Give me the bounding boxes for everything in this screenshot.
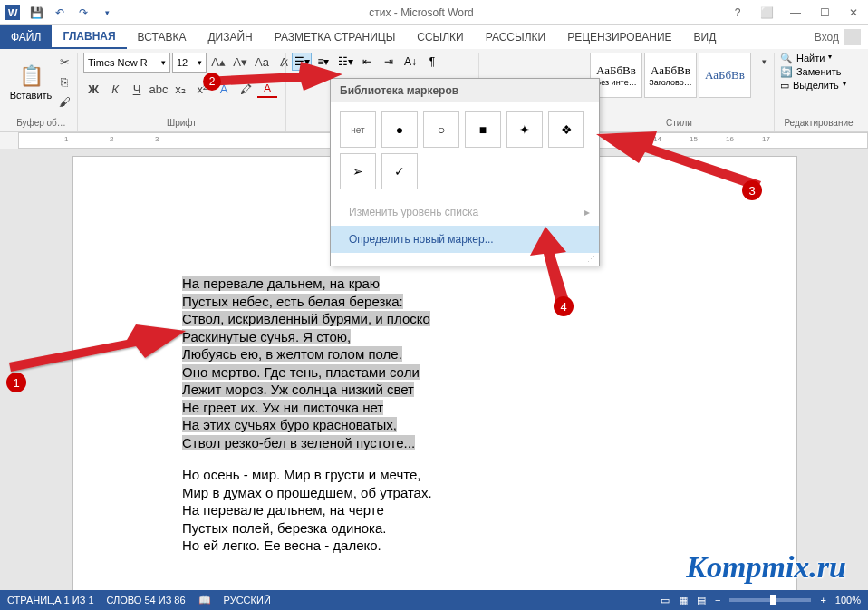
bold-icon[interactable]: Ж (83, 80, 103, 98)
status-words[interactable]: СЛОВО 54 ИЗ 86 (107, 595, 186, 605)
status-language[interactable]: РУССКИЙ (224, 595, 271, 605)
bullet-none[interactable]: нет (340, 111, 376, 148)
bullet-square[interactable]: ■ (465, 111, 501, 148)
arrow-3: 3 (589, 118, 770, 208)
tab-home[interactable]: ГЛАВНАЯ (52, 25, 126, 49)
zoom-out-icon[interactable]: − (715, 595, 720, 605)
styles-more-icon[interactable]: ▾ (755, 53, 775, 71)
svg-text:1: 1 (13, 376, 19, 390)
find-button[interactable]: 🔍Найти▾ (780, 53, 832, 64)
style-title[interactable]: АаБбВв (699, 53, 751, 98)
replace-icon: 🔄 (780, 66, 793, 78)
svg-text:W: W (8, 7, 18, 18)
avatar-icon (844, 29, 861, 45)
paste-icon: 📋 (19, 64, 43, 88)
status-page[interactable]: СТРАНИЦА 1 ИЗ 1 (7, 595, 94, 605)
svg-marker-8 (596, 131, 761, 190)
paste-button[interactable]: 📋 Вставить (11, 53, 51, 112)
show-marks-icon[interactable]: ¶ (422, 53, 442, 71)
view-print-icon[interactable]: ▦ (679, 595, 688, 606)
replace-button[interactable]: 🔄Заменить (780, 66, 841, 78)
svg-text:3: 3 (748, 184, 755, 198)
statusbar: СТРАНИЦА 1 ИЗ 1 СЛОВО 54 ИЗ 86 📖 РУССКИЙ… (0, 590, 868, 610)
save-icon[interactable]: 💾 (27, 4, 45, 22)
change-level-item: Изменить уровень списка (331, 198, 599, 226)
style-heading[interactable]: АаБбВвЗаголово… (644, 53, 697, 98)
word-icon: W (4, 4, 22, 22)
bullet-panel-header: Библиотека маркеров (331, 79, 599, 102)
login-text: Вход (815, 31, 839, 44)
status-proofing-icon[interactable]: 📖 (198, 595, 211, 606)
bullet-4diamond[interactable]: ✦ (506, 111, 543, 148)
ribbon-tabs: ФАЙЛ ГЛАВНАЯ ВСТАВКА ДИЗАЙН РАЗМЕТКА СТР… (0, 25, 868, 49)
tab-layout[interactable]: РАЗМЕТКА СТРАНИЦЫ (264, 25, 407, 49)
copy-icon[interactable]: ⎘ (54, 73, 74, 91)
tab-design[interactable]: ДИЗАЙН (197, 25, 263, 49)
view-web-icon[interactable]: ▤ (697, 595, 706, 606)
login-link[interactable]: Вход (807, 25, 868, 49)
svg-marker-5 (204, 62, 342, 91)
zoom-slider[interactable] (729, 598, 811, 602)
group-clipboard: 📋 Вставить ✂ ⎘ 🖌 Буфер об… (5, 53, 78, 131)
zoom-in-icon[interactable]: + (820, 595, 825, 605)
svg-marker-2 (9, 324, 186, 372)
find-icon: 🔍 (780, 53, 793, 64)
bullet-disc[interactable]: ● (381, 111, 418, 148)
view-read-icon[interactable]: ▭ (661, 595, 670, 606)
tab-mailings[interactable]: РАССЫЛКИ (475, 25, 556, 49)
poem-text[interactable]: На перевале дальнем, на краю Пустых небе… (182, 275, 688, 555)
select-icon: ▭ (780, 80, 789, 92)
bullet-arrow[interactable]: ➢ (340, 153, 376, 189)
bullet-grid: нет ● ○ ■ ✦ ❖ ➢ ✓ (331, 102, 599, 198)
window-title: стих - Microsoft Word (116, 6, 727, 19)
quick-access-toolbar: W 💾 ↶ ↷ ▾ (4, 4, 116, 22)
tab-references[interactable]: ССЫЛКИ (406, 25, 474, 49)
underline-icon[interactable]: Ч (127, 80, 147, 98)
sort-icon[interactable]: A↓ (400, 53, 420, 71)
tab-review[interactable]: РЕЦЕНЗИРОВАНИЕ (556, 25, 682, 49)
arrow-2: 2 (199, 54, 344, 100)
svg-text:2: 2 (209, 75, 216, 88)
increase-indent-icon[interactable]: ⇥ (379, 53, 399, 71)
group-font-label: Шрифт (83, 116, 280, 131)
arrow-4: 4 (507, 227, 598, 317)
group-editing-label: Редактирование (780, 116, 857, 131)
window-controls: ? ⬜ — ☐ ✕ (727, 4, 864, 22)
tab-view[interactable]: ВИД (683, 25, 728, 49)
group-editing: 🔍Найти▾ 🔄Заменить ▭Выделить▾ Редактирова… (775, 53, 863, 131)
zoom-value[interactable]: 100% (835, 595, 861, 605)
close-icon[interactable]: ✕ (843, 4, 864, 22)
subscript-icon[interactable]: x₂ (170, 80, 190, 98)
strikethrough-icon[interactable]: abc (149, 80, 169, 98)
decrease-indent-icon[interactable]: ⇤ (357, 53, 377, 71)
watermark: Kompmix.ru (686, 550, 846, 585)
undo-icon[interactable]: ↶ (51, 4, 69, 22)
cut-icon[interactable]: ✂ (54, 53, 74, 71)
minimize-icon[interactable]: — (785, 4, 806, 22)
qat-more-icon[interactable]: ▾ (98, 4, 116, 22)
titlebar: W 💾 ↶ ↷ ▾ стих - Microsoft Word ? ⬜ — ☐ … (0, 0, 868, 25)
bullet-circle[interactable]: ○ (423, 111, 459, 148)
help-icon[interactable]: ? (727, 4, 748, 22)
bullet-diamonds[interactable]: ❖ (548, 111, 584, 148)
maximize-icon[interactable]: ☐ (814, 4, 835, 22)
arrow-1: 1 (0, 308, 190, 399)
svg-marker-11 (530, 227, 571, 308)
format-painter-icon[interactable]: 🖌 (54, 92, 74, 111)
font-name-combo[interactable]: Times New R▾ (83, 53, 170, 73)
select-button[interactable]: ▭Выделить▾ (780, 80, 846, 92)
ribbon-options-icon[interactable]: ⬜ (756, 4, 777, 22)
italic-icon[interactable]: К (105, 80, 125, 98)
redo-icon[interactable]: ↷ (74, 4, 92, 22)
tab-insert[interactable]: ВСТАВКА (127, 25, 198, 49)
svg-text:4: 4 (560, 300, 566, 314)
bullet-check[interactable]: ✓ (381, 153, 418, 189)
group-clipboard-label: Буфер об… (11, 116, 72, 131)
tab-file[interactable]: ФАЙЛ (0, 25, 52, 49)
